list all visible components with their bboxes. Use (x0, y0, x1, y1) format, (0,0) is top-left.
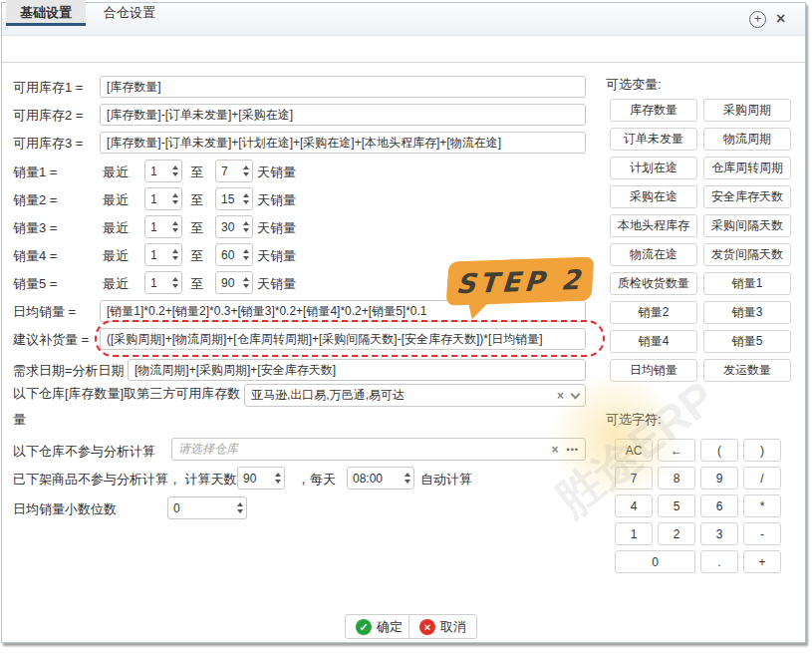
key-0[interactable]: 0 (615, 550, 695, 573)
var-button-logistics-transit[interactable]: 物流在途 (610, 243, 697, 266)
tab-merge-settings[interactable]: 合仓设置 (94, 0, 165, 26)
sales2-from-stepper[interactable]: 1 (144, 187, 182, 210)
decimal-places-stepper[interactable]: 0 (167, 496, 247, 519)
key-minus[interactable]: - (743, 522, 781, 545)
stepper-value: 60 (221, 248, 234, 262)
sales1-to-stepper[interactable]: 7 (215, 160, 253, 182)
sales5-from-stepper[interactable]: 1 (144, 271, 182, 294)
sales4-from-stepper[interactable]: 1 (144, 243, 182, 266)
key-8[interactable]: 8 (658, 467, 695, 490)
key-4[interactable]: 4 (615, 494, 653, 517)
clear-icon[interactable]: × (552, 443, 559, 457)
var-button-sales1[interactable]: 销量1 (703, 272, 791, 295)
key-6[interactable]: 6 (700, 494, 738, 517)
clear-icon[interactable]: × (557, 389, 564, 403)
var-button-planned-transit[interactable]: 计划在途 (610, 157, 697, 179)
var-button-qc-received-qty[interactable]: 质检收货数量 (610, 272, 697, 295)
sales5-suffix: 天销量 (257, 275, 296, 293)
close-icon[interactable]: × (776, 11, 785, 27)
variables-panel-title: 可选变量: (606, 76, 662, 94)
demand-date-input[interactable] (128, 359, 586, 381)
var-button-purchase-cycle[interactable]: 采购周期 (703, 99, 791, 122)
ellipsis-icon[interactable]: ••• (567, 445, 579, 455)
key-ac[interactable]: AC (615, 439, 653, 462)
step-annotation: STEP 2 (446, 256, 595, 305)
var-button-ship-interval-days[interactable]: 发货间隔天数 (703, 243, 791, 266)
stepper-value: 0 (173, 501, 180, 515)
var-button-safety-stock-days[interactable]: 安全库存天数 (703, 185, 791, 208)
var-button-shipped-qty[interactable]: 发运数量 (703, 359, 791, 382)
key-divide[interactable]: / (743, 467, 781, 490)
stepper-arrows-icon[interactable] (243, 277, 249, 288)
sales3-from-stepper[interactable]: 1 (144, 215, 182, 238)
key-2[interactable]: 2 (658, 522, 695, 545)
calc-days-stepper[interactable]: 90 (237, 467, 285, 490)
stepper-arrows-icon[interactable] (172, 277, 178, 288)
analysis-settings-dialog: 分析设置 + × 基础设置 合仓设置 胜途ERP 可用库存1 = 可用库存2 =… (0, 0, 812, 656)
var-button-local-firstleg-stock[interactable]: 本地头程库存 (610, 214, 697, 237)
available-stock1-input[interactable] (100, 76, 586, 98)
var-button-sales4[interactable]: 销量4 (610, 330, 697, 353)
var-button-sales5[interactable]: 销量5 (703, 330, 791, 353)
key-5[interactable]: 5 (658, 494, 695, 517)
key-3[interactable]: 3 (700, 522, 738, 545)
available-stock2-label: 可用库存2 = (13, 107, 83, 125)
keypad-grid: AC ← ( ) 7 8 9 / 4 5 6 * 1 2 3 - 0 . + (615, 439, 781, 573)
var-button-unshipped-orders[interactable]: 订单未发量 (610, 128, 697, 151)
sales3-suffix: 天销量 (257, 219, 296, 237)
key-close-paren[interactable]: ) (743, 439, 781, 462)
var-button-logistics-cycle[interactable]: 物流周期 (703, 128, 791, 151)
var-button-warehouse-turnover[interactable]: 仓库周转周期 (703, 157, 791, 179)
stepper-arrows-icon[interactable] (243, 249, 249, 260)
exclude-warehouse-select[interactable]: 请选择仓库 × ••• (171, 438, 586, 461)
available-stock3-input[interactable] (100, 132, 586, 154)
var-button-sales3[interactable]: 销量3 (703, 301, 791, 324)
key-9[interactable]: 9 (700, 467, 738, 490)
stepper-arrows-icon[interactable] (243, 165, 249, 176)
stepper-arrows-icon[interactable] (172, 221, 178, 232)
third-party-warehouse-select[interactable]: 亚马逊,出口易,万邑通,易可达 × (244, 384, 586, 407)
key-7[interactable]: 7 (615, 467, 653, 490)
sales5-to-stepper[interactable]: 90 (215, 271, 253, 294)
var-button-stock-qty[interactable]: 库存数量 (610, 99, 697, 122)
key-plus[interactable]: + (743, 550, 781, 573)
suggest-restock-input[interactable] (100, 328, 586, 350)
sales4-label: 销量4 = (13, 247, 57, 265)
confirm-button[interactable]: ✓ 确定 (345, 614, 413, 639)
stepper-arrows-icon[interactable] (243, 193, 249, 204)
sales4-mid: 至 (190, 247, 203, 265)
stepper-value: 30 (221, 220, 234, 234)
sales1-label: 销量1 = (13, 164, 57, 181)
stepper-arrows-icon[interactable] (405, 473, 410, 484)
suggest-restock-label: 建议补货量 = (13, 331, 89, 349)
key-backspace[interactable]: ← (658, 439, 695, 462)
sales5-label: 销量5 = (13, 275, 57, 293)
sales1-from-stepper[interactable]: 1 (144, 160, 182, 182)
key-1[interactable]: 1 (615, 522, 653, 545)
sales4-to-stepper[interactable]: 60 (215, 243, 253, 266)
expand-icon[interactable]: + (749, 11, 766, 28)
chevron-down-icon[interactable] (571, 389, 581, 399)
sales2-to-stepper[interactable]: 15 (215, 187, 253, 210)
tab-basic-settings[interactable]: 基础设置 (6, 0, 86, 26)
key-open-paren[interactable]: ( (700, 439, 738, 462)
available-stock2-input[interactable] (100, 104, 586, 126)
stepper-arrows-icon[interactable] (243, 221, 249, 232)
cancel-button[interactable]: × 取消 (408, 614, 477, 639)
sales3-to-stepper[interactable]: 30 (215, 215, 253, 238)
avg-sales-input[interactable] (100, 300, 586, 322)
var-button-avg-daily-sales[interactable]: 日均销量 (610, 359, 697, 382)
key-dot[interactable]: . (700, 550, 738, 573)
stepper-arrows-icon[interactable] (275, 473, 281, 484)
variables-grid: 库存数量 采购周期 订单未发量 物流周期 计划在途 仓库周转周期 采购在途 安全… (610, 99, 791, 382)
stepper-arrows-icon[interactable] (172, 165, 178, 176)
cancel-button-label: 取消 (440, 618, 466, 636)
auto-calc-time-stepper[interactable]: 08:00 (347, 467, 414, 490)
var-button-sales2[interactable]: 销量2 (610, 301, 697, 324)
stepper-arrows-icon[interactable] (237, 502, 243, 513)
var-button-purchase-transit[interactable]: 采购在途 (610, 185, 697, 208)
var-button-purchase-interval-days[interactable]: 采购间隔天数 (703, 214, 791, 237)
key-multiply[interactable]: * (743, 494, 781, 517)
stepper-arrows-icon[interactable] (172, 193, 178, 204)
stepper-arrows-icon[interactable] (172, 249, 178, 260)
